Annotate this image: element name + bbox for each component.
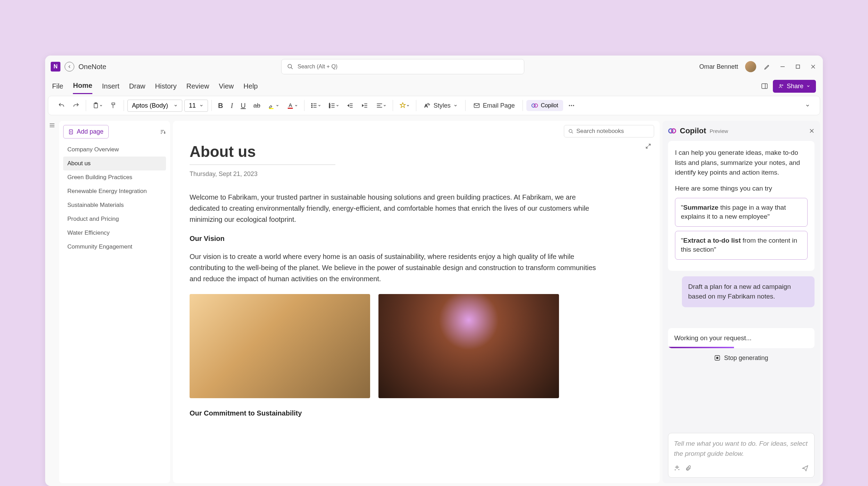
share-button[interactable]: Share <box>773 80 816 93</box>
copilot-ribbon-button[interactable]: Copilot <box>526 100 563 111</box>
email-icon <box>473 102 480 109</box>
page-item-renewable-energy[interactable]: Renewable Energy Integration <box>63 184 166 198</box>
copilot-user-message: Draft a plan for a new ad campaign based… <box>682 276 815 307</box>
close-button[interactable] <box>809 62 817 71</box>
stop-generating-button[interactable]: Stop generating <box>668 351 815 365</box>
attachment-icon[interactable] <box>685 465 691 471</box>
page-item-sustainable-materials[interactable]: Sustainable Materials <box>63 198 166 212</box>
user-avatar[interactable] <box>745 61 756 72</box>
bullet-list-button[interactable] <box>308 100 324 111</box>
add-page-button[interactable]: Add page <box>63 125 109 139</box>
page-item-community-engagement[interactable]: Community Engagement <box>63 240 166 254</box>
expand-page-button[interactable] <box>645 143 651 149</box>
redo-button[interactable] <box>70 100 82 111</box>
share-icon <box>778 83 784 89</box>
svg-point-42 <box>571 105 572 106</box>
tag-button[interactable] <box>397 100 412 111</box>
note-date: Thursday, Sept 21, 2023 <box>190 170 643 178</box>
styles-label: Styles <box>434 102 451 109</box>
search-placeholder: Search (Alt + Q) <box>298 64 337 70</box>
pen-icon[interactable] <box>763 62 771 71</box>
svg-text:A: A <box>289 102 292 108</box>
page-item-about-us[interactable]: About us <box>63 157 166 170</box>
menu-file[interactable]: File <box>52 79 63 94</box>
chevron-down-icon <box>174 103 178 108</box>
note-heading-vision[interactable]: Our Vision <box>190 235 643 243</box>
menu-history[interactable]: History <box>155 79 177 94</box>
font-family-select[interactable]: Aptos (Body) <box>127 100 182 112</box>
svg-text:A: A <box>424 103 427 108</box>
paste-button[interactable] <box>90 100 106 111</box>
copilot-suggestion-summarize[interactable]: "Summarize this page in a way that expla… <box>675 198 808 227</box>
sparkle-icon[interactable] <box>674 465 680 471</box>
note-paragraph-1[interactable]: Welcome to Fabrikam, your trusted partne… <box>190 192 599 225</box>
ribbon-collapse-button[interactable] <box>802 101 813 110</box>
numbered-list-button[interactable]: 123 <box>326 100 342 111</box>
menu-home[interactable]: Home <box>73 78 92 94</box>
app-window: N OneNote Search (Alt + Q) Omar Bennett … <box>45 56 823 486</box>
note-content[interactable]: About us Thursday, Sept 21, 2023 Welcome… <box>173 121 660 433</box>
titlebar-right: Omar Bennett <box>699 61 817 72</box>
note-image-2[interactable] <box>378 294 559 398</box>
page-item-product-pricing[interactable]: Product and Pricing <box>63 212 166 226</box>
strikethrough-button[interactable]: ab <box>251 100 263 111</box>
onenote-app-icon: N <box>51 62 60 72</box>
page-item-company-overview[interactable]: Company Overview <box>63 143 166 157</box>
chevron-down-icon <box>199 103 203 108</box>
svg-point-43 <box>573 105 574 106</box>
svg-line-1 <box>291 67 293 69</box>
search-icon <box>568 129 574 134</box>
titlebar-left: N OneNote <box>51 62 106 72</box>
align-button[interactable] <box>373 100 389 111</box>
svg-rect-60 <box>717 357 718 359</box>
highlight-button[interactable] <box>265 100 282 111</box>
svg-point-61 <box>679 469 679 470</box>
increase-indent-button[interactable] <box>359 100 371 111</box>
menu-review[interactable]: Review <box>186 79 209 94</box>
add-page-label: Add page <box>77 128 103 135</box>
sort-button[interactable] <box>160 129 166 135</box>
back-button[interactable] <box>65 62 74 72</box>
search-notebooks-placeholder: Search notebooks <box>576 128 624 135</box>
app-name: OneNote <box>78 63 106 71</box>
copilot-input[interactable]: Tell me what you want to do. For ideas, … <box>668 433 815 478</box>
underline-button[interactable]: U <box>238 100 248 112</box>
send-icon[interactable] <box>802 465 809 472</box>
search-notebooks-input[interactable]: Search notebooks <box>564 125 654 137</box>
note-title[interactable]: About us <box>190 143 643 160</box>
page-item-green-building[interactable]: Green Building Practices <box>63 170 166 184</box>
copilot-header: Copilot Preview <box>668 126 815 135</box>
undo-button[interactable] <box>55 100 68 111</box>
note-image-1[interactable] <box>190 294 370 398</box>
email-page-button[interactable]: Email Page <box>469 100 519 111</box>
menu-insert[interactable]: Insert <box>102 79 119 94</box>
copilot-close-button[interactable] <box>809 128 815 134</box>
maximize-button[interactable] <box>794 62 802 71</box>
panel-toggle-icon[interactable] <box>760 82 769 90</box>
font-size-value: 11 <box>189 102 196 109</box>
chevron-down-icon <box>806 84 810 88</box>
svg-line-54 <box>571 132 573 133</box>
format-painter-button[interactable] <box>108 100 120 111</box>
menubar: File Home Insert Draw History Review Vie… <box>45 78 823 94</box>
decrease-indent-button[interactable] <box>344 100 357 111</box>
italic-button[interactable]: I <box>228 100 236 112</box>
menu-help[interactable]: Help <box>243 79 258 94</box>
font-color-button[interactable]: A <box>284 100 301 111</box>
copilot-suggestion-extract[interactable]: "Extract a to-do list from the content i… <box>675 231 808 260</box>
menu-draw[interactable]: Draw <box>129 79 145 94</box>
search-input[interactable]: Search (Alt + Q) <box>281 59 524 74</box>
minimize-button[interactable] <box>778 62 787 71</box>
font-size-select[interactable]: 11 <box>184 100 208 112</box>
styles-button[interactable]: A Styles <box>420 100 462 111</box>
note-heading-commitment[interactable]: Our Commitment to Sustainability <box>190 409 643 417</box>
copilot-title: Copilot <box>680 126 706 135</box>
menu-view[interactable]: View <box>219 79 234 94</box>
more-options-button[interactable] <box>565 100 578 111</box>
title-underline <box>190 165 335 165</box>
hamburger-menu[interactable] <box>45 118 59 486</box>
svg-point-62 <box>675 470 676 470</box>
page-item-water-efficiency[interactable]: Water Efficiency <box>63 226 166 240</box>
bold-button[interactable]: B <box>215 100 226 112</box>
note-paragraph-2[interactable]: Our vision is to create a world where ev… <box>190 251 599 284</box>
